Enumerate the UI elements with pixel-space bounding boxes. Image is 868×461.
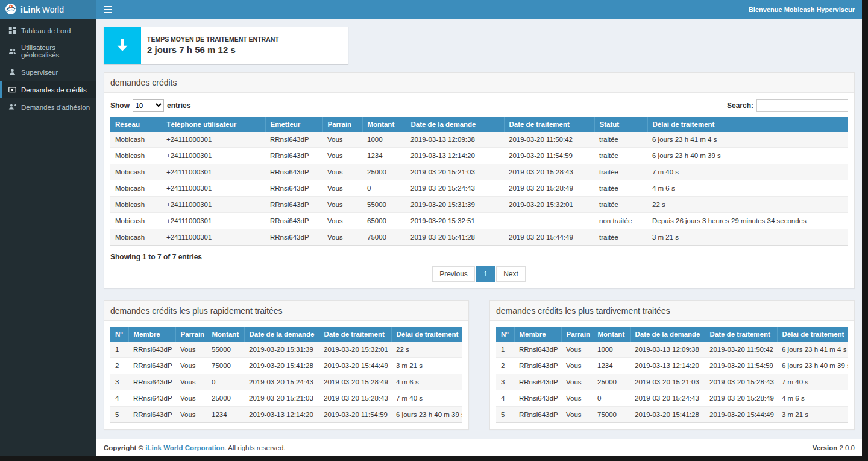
table-cell: 2019-03-20 15:32:01 (319, 342, 391, 358)
table-cell: 2019-03-20 15:44:49 (705, 407, 777, 423)
table-cell: RRnsi643dP (514, 374, 561, 390)
column-header[interactable]: Membre (514, 327, 561, 342)
column-header[interactable]: Délai de traitement (777, 327, 848, 342)
sidebar-item-superviseur[interactable]: Superviseur (0, 63, 96, 81)
table-cell: 1000 (593, 342, 630, 358)
hamburger-icon[interactable] (96, 0, 119, 19)
table-cell: 7 m 40 s (777, 374, 848, 390)
table-cell: Mobicash (110, 148, 162, 164)
table-cell: 6 jours 23 h 40 m 39 s (647, 148, 848, 164)
table-cell: 2 (496, 358, 514, 374)
table-cell: RRnsi643dP (514, 358, 561, 374)
bottom-panels: demandes crédits les plus rapidement tra… (104, 300, 855, 430)
welcome-text: Bienvenue Mobicash Hyperviseur (749, 6, 862, 13)
table-cell: 6 jours 23 h 41 m 4 s (647, 132, 848, 148)
column-header[interactable]: Montant (207, 327, 244, 342)
table-cell: 1234 (362, 148, 406, 164)
company-link[interactable]: iLink World Corporation (145, 444, 224, 451)
sidebar-menu: Tableau de bord Utilisateurs géolocalisé… (0, 19, 96, 116)
version-text: Version 2.0.0 (813, 444, 855, 451)
sidebar-item-utilisateurs-geolocalises[interactable]: Utilisateurs géolocalisés (0, 39, 96, 63)
dashboard-icon (8, 27, 16, 34)
table-cell: Vous (322, 132, 362, 148)
credit-requests-icon (8, 86, 16, 94)
column-header[interactable]: Date de traitement (504, 117, 594, 132)
column-header[interactable]: Délai de traitement (647, 117, 848, 132)
table-cell: Vous (175, 374, 207, 390)
table-cell: 6 jours 23 h 40 m 39 s (777, 358, 848, 374)
search-input[interactable] (756, 99, 848, 112)
infobox-title: TEMPS MOYEN DE TRAITEMENT ENTRANT (147, 36, 279, 43)
column-header[interactable]: Statut (594, 117, 647, 132)
entries-label: entries (167, 101, 190, 110)
pagination: Previous 1 Next (110, 266, 848, 282)
column-header[interactable]: Date de la demande (630, 327, 705, 342)
column-header[interactable]: N° (496, 327, 514, 342)
table-cell: RRnsi643dP (128, 358, 175, 374)
table-cell: Depuis 26 jours 3 heures 29 minutes 34 s… (647, 213, 848, 229)
table-cell: 2019-03-20 15:31:39 (244, 342, 319, 358)
table-cell: 0 (593, 390, 630, 407)
table-cell: +24111000301 (162, 164, 265, 180)
column-header[interactable]: Date de la demande (406, 117, 504, 132)
infobox-content: TEMPS MOYEN DE TRAITEMENT ENTRANT 2 jour… (141, 27, 285, 64)
table-cell: 2019-03-13 12:14:20 (630, 358, 705, 374)
table-cell: 7 m 40 s (647, 164, 848, 180)
column-header[interactable]: N° (110, 327, 128, 342)
top-navbar: Bienvenue Mobicash Hyperviseur (96, 0, 862, 19)
brand-logo[interactable]: iLinkWorld (0, 0, 96, 19)
table-row: 1RRnsi643dPVous550002019-03-20 15:31:392… (110, 342, 462, 358)
table-cell: Mobicash (110, 132, 162, 148)
table-cell: 1234 (207, 407, 244, 423)
table-cell: 2019-03-20 11:54:59 (705, 358, 777, 374)
table-cell: Vous (322, 213, 362, 229)
table-cell: 75000 (593, 407, 630, 423)
table-cell: Mobicash (110, 213, 162, 229)
column-header[interactable]: Emetteur (265, 117, 322, 132)
table-cell: 2019-03-20 11:50:42 (705, 342, 777, 358)
column-header[interactable]: Délai de traitement (391, 327, 462, 342)
column-header[interactable]: Montant (362, 117, 406, 132)
column-header[interactable]: Parrain (322, 117, 362, 132)
table-cell: 2019-03-20 15:24:43 (630, 390, 705, 407)
table-cell: 2019-03-20 15:32:01 (504, 197, 594, 213)
membership-requests-icon (8, 103, 16, 111)
table-cell: 2019-03-20 15:31:39 (406, 197, 504, 213)
slowest-table-header-row: N°MembreParrainMontantDate de la demande… (496, 327, 848, 342)
table-cell: 1234 (593, 358, 630, 374)
credits-table-body: Mobicash+24111000301RRnsi643dPVous100020… (110, 132, 848, 246)
table-cell: RRnsi643dP (265, 132, 322, 148)
table-cell: 2019-03-20 15:41:28 (630, 407, 705, 423)
table-cell: Vous (561, 407, 593, 423)
column-header[interactable]: Membre (128, 327, 175, 342)
sidebar-item-demandes-adhesion[interactable]: Demandes d'adhésion (0, 98, 96, 116)
column-header[interactable]: Date de la demande (244, 327, 319, 342)
column-header[interactable]: Date de traitement (705, 327, 777, 342)
table-cell: Vous (561, 390, 593, 407)
table-cell: Vous (322, 197, 362, 213)
sidebar-item-demandes-de-credits[interactable]: Demandes de crédits (0, 81, 96, 98)
column-header[interactable]: Réseau (110, 117, 162, 132)
table-cell: Vous (175, 390, 207, 407)
pagination-previous[interactable]: Previous (432, 266, 475, 282)
table-cell: 2 (110, 358, 128, 374)
page-length-select[interactable]: 10 (133, 99, 164, 112)
table-row: Mobicash+24111000301RRnsi643dPVous650002… (110, 213, 848, 229)
table-cell: Vous (561, 342, 593, 358)
table-cell: RRnsi643dP (128, 390, 175, 407)
table-cell: 1 (496, 342, 514, 358)
table-cell: Vous (561, 374, 593, 390)
table-cell: 4 m 6 s (391, 374, 462, 390)
column-header[interactable]: Montant (593, 327, 630, 342)
column-header[interactable]: Date de traitement (319, 327, 391, 342)
column-header[interactable]: Téléphone utilisateur (162, 117, 265, 132)
column-header[interactable]: Parrain (561, 327, 593, 342)
sidebar-item-tableau-de-bord[interactable]: Tableau de bord (0, 22, 96, 39)
table-cell: 2019-03-20 15:21:03 (406, 164, 504, 180)
pagination-next[interactable]: Next (496, 266, 526, 282)
table-row: Mobicash+24111000301RRnsi643dPVous100020… (110, 132, 848, 148)
column-header[interactable]: Parrain (175, 327, 207, 342)
table-cell: 2019-03-20 15:44:49 (319, 358, 391, 374)
table-cell: 2019-03-20 15:41:28 (406, 229, 504, 246)
pagination-page-1[interactable]: 1 (476, 266, 495, 282)
